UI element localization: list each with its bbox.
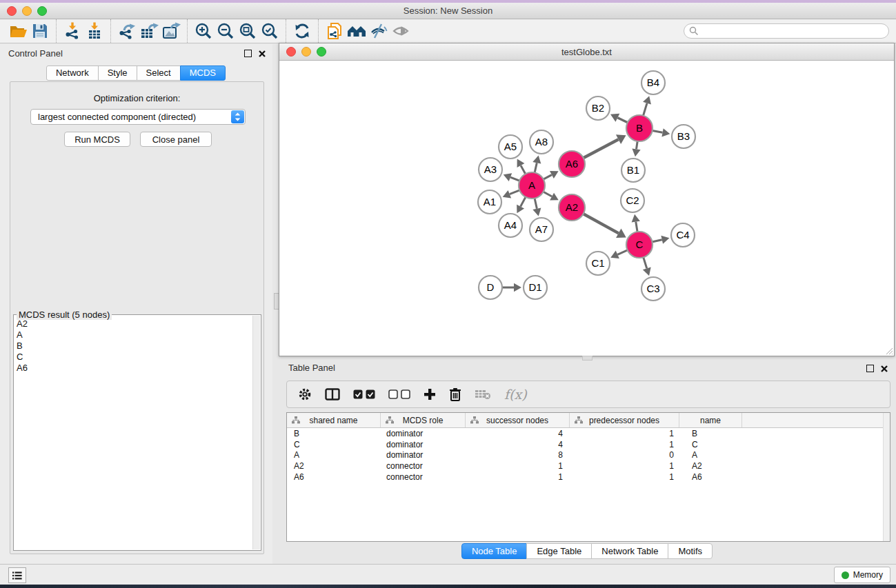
first-neighbors-icon[interactable] <box>346 21 368 41</box>
select-all-columns-icon[interactable] <box>353 389 375 399</box>
tab-network-table[interactable]: Network Table <box>591 543 668 559</box>
column-type-icon <box>386 416 394 424</box>
tab-style[interactable]: Style <box>98 65 137 81</box>
zoom-out-icon[interactable] <box>215 21 237 41</box>
node-table: shared nameMCDS rolesuccessor nodesprede… <box>286 412 890 542</box>
tab-network[interactable]: Network <box>46 65 99 81</box>
close-panel-icon[interactable] <box>259 50 266 57</box>
column-header-predecessor-nodes[interactable]: predecessor nodes <box>570 413 679 427</box>
memory-status-icon <box>842 571 849 579</box>
export-table-icon[interactable] <box>138 21 160 41</box>
table-row[interactable]: Adominator80A <box>287 449 890 460</box>
delete-column-icon[interactable] <box>449 387 461 401</box>
table-row[interactable]: Bdominator41B <box>287 428 890 439</box>
toolbar-separator <box>56 19 57 43</box>
float-panel-icon[interactable] <box>866 365 874 372</box>
table-cell: A2 <box>679 461 742 471</box>
node-label-A8: A8 <box>535 136 548 148</box>
export-image-icon[interactable] <box>160 21 182 41</box>
column-header-name[interactable]: name <box>679 413 742 427</box>
column-header-MCDS-role[interactable]: MCDS role <box>381 413 466 427</box>
table-cell: B <box>679 429 742 438</box>
tab-mcds[interactable]: MCDS <box>180 65 226 81</box>
result-item[interactable]: B <box>17 341 251 352</box>
table-cell: 4 <box>466 440 570 449</box>
app-title: Session: New Session <box>0 6 896 16</box>
task-history-button[interactable] <box>8 567 26 583</box>
node-label-B3: B3 <box>677 130 690 142</box>
toolbar-separator <box>318 19 319 43</box>
result-item[interactable]: C <box>17 352 251 363</box>
search-input[interactable] <box>701 25 883 37</box>
add-column-icon[interactable] <box>424 388 436 401</box>
delete-table-icon[interactable] <box>475 389 491 400</box>
tab-select[interactable]: Select <box>137 65 181 81</box>
export-network-icon[interactable] <box>116 21 138 41</box>
result-item[interactable]: A6 <box>17 363 251 374</box>
column-header-label: successor nodes <box>486 416 548 425</box>
tab-node-table[interactable]: Node Table <box>461 543 528 559</box>
node-label-B: B <box>636 122 643 134</box>
criterion-dropdown[interactable]: largest connected component (directed) <box>30 109 246 125</box>
memory-button[interactable]: Memory <box>834 567 890 583</box>
table-options-icon[interactable] <box>298 387 312 401</box>
column-header-label: predecessor nodes <box>589 416 659 425</box>
criterion-dropdown-value: largest connected component (directed) <box>38 112 196 122</box>
table-header-row: shared nameMCDS rolesuccessor nodesprede… <box>287 413 890 428</box>
node-label-C2: C2 <box>626 194 639 206</box>
node-label-B1: B1 <box>627 164 639 176</box>
float-panel-icon[interactable] <box>244 50 252 57</box>
zoom-selected-icon[interactable] <box>259 21 281 41</box>
function-builder-icon[interactable]: f(x) <box>504 387 527 402</box>
apply-layout-icon[interactable] <box>291 21 313 41</box>
application-window: Session: New Session <box>0 0 896 588</box>
table-cell: 1 <box>570 440 679 449</box>
show-columns-icon[interactable] <box>325 388 340 401</box>
table-scrollbar[interactable] <box>883 413 890 541</box>
control-panel-tabs: NetworkStyleSelectMCDS <box>0 65 272 81</box>
close-panel-icon[interactable] <box>881 365 888 372</box>
table-cell: C <box>679 440 742 449</box>
zoom-fit-icon[interactable] <box>237 21 259 41</box>
tab-edge-table[interactable]: Edge Table <box>526 543 592 559</box>
column-header-label: shared name <box>309 416 357 425</box>
import-table-icon[interactable] <box>83 21 106 41</box>
node-label-C3: C3 <box>646 283 659 294</box>
network-view-window: testGlobe.txt B4B2BB3A5A8A6B1A3AC2A1A2A4… <box>279 43 895 356</box>
column-header-shared-name[interactable]: shared name <box>287 413 381 427</box>
mcds-tab-content: Optimization criterion: largest connecte… <box>10 81 264 554</box>
node-label-D1: D1 <box>528 281 541 293</box>
result-scrollbar[interactable] <box>252 316 260 549</box>
node-label-C4: C4 <box>676 229 689 241</box>
edge-arrowhead-icon <box>632 148 640 156</box>
show-all-icon[interactable] <box>390 21 412 41</box>
result-item[interactable]: A <box>17 330 251 341</box>
close-panel-button[interactable]: Close panel <box>140 132 212 147</box>
table-row[interactable]: Cdominator41C <box>287 439 890 450</box>
zoom-in-icon[interactable] <box>192 21 215 41</box>
table-cell: 1 <box>466 472 570 482</box>
table-cell: dominator <box>381 429 466 438</box>
table-row[interactable]: A6connector11A6 <box>287 472 890 483</box>
network-canvas[interactable]: B4B2BB3A5A8A6B1A3AC2A1A2A4A7C4CC1DD1C3 <box>279 61 894 356</box>
resize-grip-icon[interactable] <box>885 347 893 355</box>
import-network-icon[interactable] <box>61 21 83 41</box>
main-toolbar <box>0 19 896 43</box>
open-session-icon[interactable] <box>7 21 29 41</box>
list-icon <box>12 571 22 580</box>
column-type-icon <box>470 416 479 424</box>
toolbar-separator <box>187 19 188 43</box>
node-label-A3: A3 <box>484 163 497 175</box>
table-cell: connector <box>381 472 466 482</box>
node-label-C: C <box>636 239 644 250</box>
save-session-icon[interactable] <box>29 21 51 41</box>
table-row[interactable]: A2connector11A2 <box>287 460 890 472</box>
hide-selected-icon[interactable] <box>368 21 390 41</box>
column-type-icon <box>575 416 583 424</box>
tab-motifs[interactable]: Motifs <box>668 543 713 559</box>
column-header-successor-nodes[interactable]: successor nodes <box>466 413 570 427</box>
clone-network-icon[interactable] <box>323 21 346 41</box>
result-item[interactable]: A2 <box>17 318 251 330</box>
run-mcds-button[interactable]: Run MCDS <box>64 132 130 147</box>
unselect-all-columns-icon[interactable] <box>388 389 410 399</box>
